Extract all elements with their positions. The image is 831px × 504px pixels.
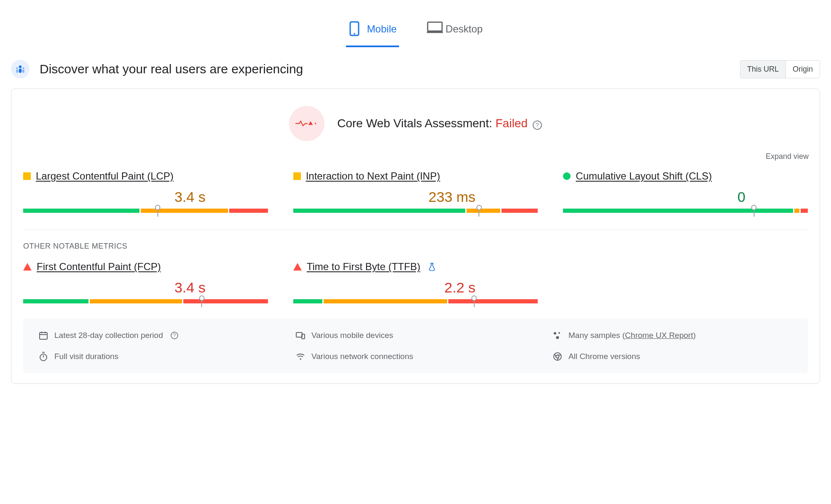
info-period: Latest 28-day collection period ? (38, 330, 279, 340)
svg-rect-12 (40, 332, 47, 339)
expand-view-link[interactable]: Expand view (766, 152, 809, 161)
divider (23, 230, 808, 230)
metric-cls-value: 0 (563, 182, 808, 209)
metric-ttfb-bar (293, 299, 538, 303)
metric-inp: Interaction to Next Paint (INP) 233 ms (293, 170, 538, 213)
metric-inp-bar (293, 209, 538, 213)
device-tabs: Mobile Desktop (0, 8, 831, 47)
metric-lcp: Largest Contentful Paint (LCP) 3.4 s (23, 170, 268, 213)
metric-inp-name[interactable]: Interaction to Next Paint (INP) (306, 170, 440, 182)
users-icon (11, 60, 29, 78)
field-data-card: Core Web Vitals Assessment: Failed ? Exp… (11, 88, 820, 384)
info-durations: Full visit durations (38, 351, 279, 362)
status-square-icon (23, 172, 31, 180)
metric-fcp: First Contentful Paint (FCP) 3.4 s (23, 261, 268, 303)
status-circle-icon (563, 172, 571, 180)
help-icon[interactable]: ? (533, 121, 542, 130)
other-metrics-label: OTHER NOTABLE METRICS (20, 242, 811, 261)
svg-rect-2 (428, 22, 442, 31)
devices-icon (295, 330, 306, 340)
metric-fcp-bar (23, 299, 268, 303)
metric-cls-bar (563, 209, 808, 213)
status-triangle-icon (293, 263, 302, 271)
info-samples: Many samples (Chrome UX Report) (552, 330, 793, 340)
help-icon[interactable]: ? (171, 332, 178, 339)
assessment-status: Failed (496, 117, 528, 130)
scope-toggle: This URL Origin (740, 60, 820, 78)
metric-cls-name[interactable]: Cumulative Layout Shift (CLS) (576, 170, 712, 182)
stopwatch-icon (38, 351, 48, 362)
metric-fcp-value: 3.4 s (23, 273, 268, 299)
metric-ttfb-name[interactable]: Time to First Byte (TTFB) (307, 261, 421, 273)
status-square-icon (293, 172, 301, 180)
mobile-icon (348, 21, 361, 37)
flask-icon (428, 263, 436, 271)
page-title: Discover what your real users are experi… (40, 62, 303, 76)
svg-rect-16 (296, 332, 302, 337)
svg-rect-5 (19, 69, 22, 73)
tab-desktop[interactable]: Desktop (424, 17, 485, 47)
desktop-icon (427, 21, 440, 37)
status-triangle-icon (23, 263, 32, 271)
svg-point-8 (22, 67, 24, 69)
svg-point-1 (354, 33, 355, 35)
metric-fcp-name[interactable]: First Contentful Paint (FCP) (37, 261, 161, 273)
scope-origin[interactable]: Origin (785, 61, 820, 78)
svg-rect-3 (427, 32, 443, 33)
svg-point-4 (19, 65, 22, 68)
assessment-label: Core Web Vitals Assessment: (337, 117, 492, 130)
svg-point-24 (300, 358, 301, 360)
info-networks: Various network connections (295, 351, 536, 362)
metric-cls: Cumulative Layout Shift (CLS) 0 (563, 170, 808, 213)
metric-ttfb-value: 2.2 s (293, 273, 538, 299)
metric-ttfb: Time to First Byte (TTFB) 2.2 s (293, 261, 538, 303)
calendar-icon (38, 330, 48, 340)
svg-rect-7 (16, 70, 18, 73)
metric-lcp-value: 3.4 s (23, 182, 268, 209)
svg-point-6 (16, 67, 18, 69)
svg-point-19 (558, 332, 560, 334)
tab-desktop-label: Desktop (445, 23, 483, 35)
svg-point-11 (315, 123, 316, 124)
scope-this-url[interactable]: This URL (740, 61, 785, 78)
svg-rect-9 (22, 70, 24, 73)
crux-report-link[interactable]: Chrome UX Report (625, 331, 693, 340)
wifi-icon (295, 351, 306, 362)
metric-inp-value: 233 ms (293, 182, 538, 209)
svg-marker-10 (308, 121, 313, 125)
info-footer: Latest 28-day collection period ? Variou… (23, 319, 808, 373)
assessment-text: Core Web Vitals Assessment: Failed ? (337, 117, 542, 130)
pulse-icon (289, 106, 324, 141)
svg-point-18 (554, 332, 556, 335)
chrome-icon (552, 351, 563, 362)
info-versions: All Chrome versions (552, 351, 793, 362)
scatter-icon (552, 330, 563, 340)
info-devices: Various mobile devices (295, 330, 536, 340)
svg-point-20 (556, 336, 559, 339)
tab-mobile-label: Mobile (367, 23, 397, 35)
metric-lcp-bar (23, 209, 268, 213)
tab-mobile[interactable]: Mobile (346, 17, 399, 47)
metric-lcp-name[interactable]: Largest Contentful Paint (LCP) (36, 170, 174, 182)
